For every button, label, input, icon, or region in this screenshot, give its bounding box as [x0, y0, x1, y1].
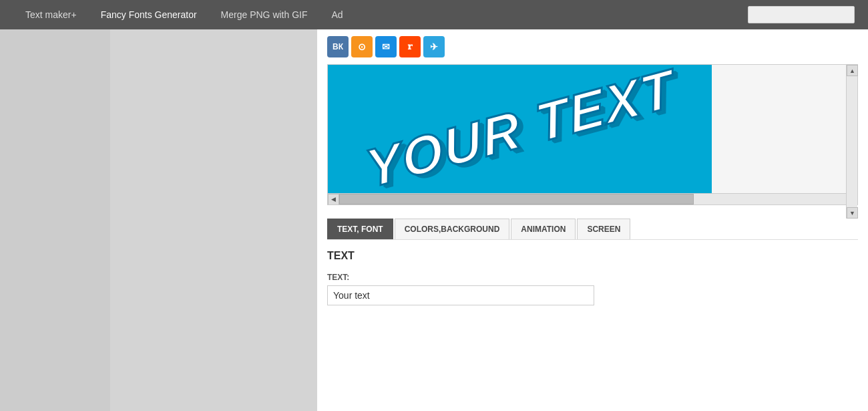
- mail-icon: ✉: [382, 41, 390, 52]
- telegram-icon: ✈: [430, 41, 438, 52]
- middle-sidebar: [110, 29, 317, 411]
- h-scroll-track[interactable]: [339, 194, 846, 204]
- preview-wrapper: YOUR TEXT ◀ ▶ ▲ ▼: [328, 65, 857, 204]
- text-section-title: TEXT: [327, 250, 858, 262]
- ok-icon: ⊙: [358, 41, 366, 52]
- v-scrollbar: ▲ ▼: [846, 65, 857, 219]
- preview-container: YOUR TEXT ◀ ▶ ▲ ▼: [327, 64, 858, 205]
- left-sidebar: [0, 29, 110, 411]
- tab-screen[interactable]: SCREEN: [577, 219, 630, 239]
- preview-canvas: YOUR TEXT: [328, 65, 712, 193]
- nav-ad[interactable]: Ad: [320, 9, 355, 20]
- h-scroll-thumb: [339, 194, 694, 204]
- preview-main: YOUR TEXT ◀ ▶: [328, 65, 857, 204]
- tab-colors-background[interactable]: COLORS,BACKGROUND: [395, 219, 510, 239]
- v-scroll-track[interactable]: [847, 76, 857, 207]
- text-field-input[interactable]: [327, 285, 594, 305]
- share-ok-button[interactable]: ⊙: [351, 36, 373, 57]
- search-input[interactable]: [748, 7, 868, 23]
- v-scroll-down-button[interactable]: ▼: [847, 207, 858, 219]
- share-mail-button[interactable]: ✉: [375, 36, 397, 57]
- search-box: 🔍: [748, 6, 855, 23]
- page-body: ВК ⊙ ✉ 𝕣 ✈ YOUR TEXT: [0, 29, 868, 411]
- share-reddit-button[interactable]: 𝕣: [399, 36, 421, 57]
- h-scrollbar: ◀ ▶: [328, 193, 857, 204]
- main-content: ВК ⊙ ✉ 𝕣 ✈ YOUR TEXT: [317, 29, 868, 411]
- preview-text: YOUR TEXT: [361, 65, 679, 193]
- tab-animation[interactable]: ANIMATION: [511, 219, 576, 239]
- tabs-row: TEXT, FONT COLORS,BACKGROUND ANIMATION S…: [327, 219, 858, 240]
- navbar: Text maker+ Fancy Fonts Generator Merge …: [0, 0, 868, 29]
- reddit-icon: 𝕣: [408, 41, 413, 52]
- nav-merge-png[interactable]: Merge PNG with GIF: [209, 9, 320, 20]
- text-field-label: TEXT:: [327, 273, 858, 282]
- tab-text-font[interactable]: TEXT, FONT: [327, 219, 393, 239]
- share-buttons: ВК ⊙ ✉ 𝕣 ✈: [327, 36, 858, 57]
- v-scroll-up-button[interactable]: ▲: [847, 65, 858, 76]
- share-vk-button[interactable]: ВК: [327, 36, 349, 57]
- vk-icon: ВК: [333, 42, 343, 51]
- share-telegram-button[interactable]: ✈: [423, 36, 445, 57]
- h-scroll-left-button[interactable]: ◀: [328, 194, 339, 205]
- nav-fancy-fonts[interactable]: Fancy Fonts Generator: [89, 9, 209, 20]
- nav-text-maker[interactable]: Text maker+: [13, 9, 89, 20]
